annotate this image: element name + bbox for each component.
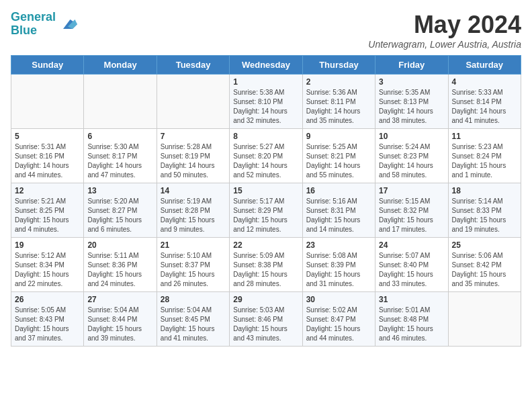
day-info: Sunrise: 5:01 AM Sunset: 8:48 PM Dayligh… [379, 306, 444, 343]
day-number: 18 [452, 186, 517, 195]
calendar-week-row: 26Sunrise: 5:05 AM Sunset: 8:43 PM Dayli… [11, 292, 521, 347]
calendar-cell: 22Sunrise: 5:09 AM Sunset: 8:38 PM Dayli… [230, 238, 302, 292]
day-info: Sunrise: 5:31 AM Sunset: 8:16 PM Dayligh… [15, 142, 80, 180]
logo-icon [58, 15, 77, 34]
weekday-header-cell: Thursday [302, 56, 375, 75]
calendar-cell: 14Sunrise: 5:19 AM Sunset: 8:28 PM Dayli… [157, 183, 229, 238]
day-info: Sunrise: 5:09 AM Sunset: 8:38 PM Dayligh… [233, 251, 298, 289]
day-info: Sunrise: 5:20 AM Sunset: 8:27 PM Dayligh… [87, 197, 152, 234]
title-block: May 2024 Unterwagram, Lower Austria, Aus… [368, 11, 521, 50]
calendar-cell: 2Sunrise: 5:36 AM Sunset: 8:11 PM Daylig… [302, 75, 375, 129]
day-info: Sunrise: 5:30 AM Sunset: 8:17 PM Dayligh… [87, 142, 152, 180]
day-number: 9 [306, 132, 371, 141]
day-number: 12 [15, 186, 80, 195]
day-number: 14 [161, 186, 226, 195]
day-number: 22 [233, 240, 298, 250]
calendar-cell: 1Sunrise: 5:38 AM Sunset: 8:10 PM Daylig… [230, 75, 302, 129]
day-number: 2 [306, 77, 371, 87]
day-number: 30 [306, 295, 371, 304]
calendar-cell [11, 75, 84, 129]
calendar-week-row: 19Sunrise: 5:12 AM Sunset: 8:34 PM Dayli… [11, 238, 521, 292]
day-number: 4 [452, 77, 517, 87]
calendar-cell: 5Sunrise: 5:31 AM Sunset: 8:16 PM Daylig… [11, 129, 84, 183]
calendar-cell: 27Sunrise: 5:04 AM Sunset: 8:44 PM Dayli… [84, 292, 157, 347]
logo-text: General Blue [11, 11, 56, 38]
day-number: 23 [306, 240, 371, 250]
weekday-header-cell: Wednesday [230, 56, 302, 75]
day-number: 16 [306, 186, 371, 195]
calendar-cell: 12Sunrise: 5:21 AM Sunset: 8:25 PM Dayli… [11, 183, 84, 238]
weekday-header-cell: Monday [84, 56, 157, 75]
calendar-cell: 26Sunrise: 5:05 AM Sunset: 8:43 PM Dayli… [11, 292, 84, 347]
calendar-cell: 18Sunrise: 5:14 AM Sunset: 8:33 PM Dayli… [448, 183, 521, 238]
calendar-cell: 25Sunrise: 5:06 AM Sunset: 8:42 PM Dayli… [448, 238, 521, 292]
day-info: Sunrise: 5:19 AM Sunset: 8:28 PM Dayligh… [161, 197, 226, 234]
calendar-cell: 3Sunrise: 5:35 AM Sunset: 8:13 PM Daylig… [375, 75, 448, 129]
logo: General Blue [11, 11, 77, 38]
day-number: 3 [379, 77, 444, 87]
day-info: Sunrise: 5:24 AM Sunset: 8:23 PM Dayligh… [379, 142, 444, 180]
day-info: Sunrise: 5:05 AM Sunset: 8:43 PM Dayligh… [15, 306, 80, 343]
day-info: Sunrise: 5:16 AM Sunset: 8:31 PM Dayligh… [306, 197, 371, 234]
day-info: Sunrise: 5:35 AM Sunset: 8:13 PM Dayligh… [379, 88, 444, 126]
calendar-cell: 17Sunrise: 5:15 AM Sunset: 8:32 PM Dayli… [375, 183, 448, 238]
calendar-cell: 29Sunrise: 5:03 AM Sunset: 8:46 PM Dayli… [230, 292, 302, 347]
month-title: May 2024 [368, 11, 521, 39]
day-number: 15 [233, 186, 298, 195]
day-info: Sunrise: 5:03 AM Sunset: 8:46 PM Dayligh… [233, 306, 298, 343]
day-number: 1 [233, 77, 298, 87]
calendar-cell: 31Sunrise: 5:01 AM Sunset: 8:48 PM Dayli… [375, 292, 448, 347]
calendar-cell: 6Sunrise: 5:30 AM Sunset: 8:17 PM Daylig… [84, 129, 157, 183]
calendar-cell: 16Sunrise: 5:16 AM Sunset: 8:31 PM Dayli… [302, 183, 375, 238]
calendar-week-row: 5Sunrise: 5:31 AM Sunset: 8:16 PM Daylig… [11, 129, 521, 183]
day-info: Sunrise: 5:28 AM Sunset: 8:19 PM Dayligh… [161, 142, 226, 180]
day-number: 27 [87, 295, 152, 304]
day-number: 13 [87, 186, 152, 195]
calendar-cell: 19Sunrise: 5:12 AM Sunset: 8:34 PM Dayli… [11, 238, 84, 292]
day-info: Sunrise: 5:17 AM Sunset: 8:29 PM Dayligh… [233, 197, 298, 234]
day-info: Sunrise: 5:15 AM Sunset: 8:32 PM Dayligh… [379, 197, 444, 234]
day-number: 21 [161, 240, 226, 250]
day-info: Sunrise: 5:33 AM Sunset: 8:14 PM Dayligh… [452, 88, 517, 126]
day-info: Sunrise: 5:14 AM Sunset: 8:33 PM Dayligh… [452, 197, 517, 234]
day-number: 8 [233, 132, 298, 141]
calendar-cell [448, 292, 521, 347]
calendar-cell [84, 75, 157, 129]
day-info: Sunrise: 5:02 AM Sunset: 8:47 PM Dayligh… [306, 306, 371, 343]
calendar-cell: 20Sunrise: 5:11 AM Sunset: 8:36 PM Dayli… [84, 238, 157, 292]
calendar-cell: 11Sunrise: 5:23 AM Sunset: 8:24 PM Dayli… [448, 129, 521, 183]
calendar-cell: 7Sunrise: 5:28 AM Sunset: 8:19 PM Daylig… [157, 129, 229, 183]
day-info: Sunrise: 5:08 AM Sunset: 8:39 PM Dayligh… [306, 251, 371, 289]
calendar-cell: 30Sunrise: 5:02 AM Sunset: 8:47 PM Dayli… [302, 292, 375, 347]
day-number: 19 [15, 240, 80, 250]
day-info: Sunrise: 5:04 AM Sunset: 8:45 PM Dayligh… [161, 306, 226, 343]
day-info: Sunrise: 5:36 AM Sunset: 8:11 PM Dayligh… [306, 88, 371, 126]
page-header: General Blue May 2024 Unterwagram, Lower… [11, 11, 521, 50]
calendar-cell: 23Sunrise: 5:08 AM Sunset: 8:39 PM Dayli… [302, 238, 375, 292]
weekday-header-cell: Sunday [11, 56, 84, 75]
calendar-week-row: 12Sunrise: 5:21 AM Sunset: 8:25 PM Dayli… [11, 183, 521, 238]
day-number: 6 [87, 132, 152, 141]
calendar-cell: 15Sunrise: 5:17 AM Sunset: 8:29 PM Dayli… [230, 183, 302, 238]
day-info: Sunrise: 5:27 AM Sunset: 8:20 PM Dayligh… [233, 142, 298, 180]
calendar-cell: 28Sunrise: 5:04 AM Sunset: 8:45 PM Dayli… [157, 292, 229, 347]
day-number: 17 [379, 186, 444, 195]
day-number: 7 [161, 132, 226, 141]
day-info: Sunrise: 5:23 AM Sunset: 8:24 PM Dayligh… [452, 142, 517, 180]
calendar-cell: 10Sunrise: 5:24 AM Sunset: 8:23 PM Dayli… [375, 129, 448, 183]
calendar-cell: 8Sunrise: 5:27 AM Sunset: 8:20 PM Daylig… [230, 129, 302, 183]
weekday-header-cell: Saturday [448, 56, 521, 75]
weekday-header-cell: Friday [375, 56, 448, 75]
day-info: Sunrise: 5:07 AM Sunset: 8:40 PM Dayligh… [379, 251, 444, 289]
day-info: Sunrise: 5:21 AM Sunset: 8:25 PM Dayligh… [15, 197, 80, 234]
day-number: 28 [161, 295, 226, 304]
calendar-cell [157, 75, 229, 129]
day-number: 25 [452, 240, 517, 250]
day-info: Sunrise: 5:11 AM Sunset: 8:36 PM Dayligh… [87, 251, 152, 289]
day-info: Sunrise: 5:04 AM Sunset: 8:44 PM Dayligh… [87, 306, 152, 343]
day-number: 10 [379, 132, 444, 141]
day-number: 31 [379, 295, 444, 304]
weekday-header-cell: Tuesday [157, 56, 229, 75]
day-info: Sunrise: 5:25 AM Sunset: 8:21 PM Dayligh… [306, 142, 371, 180]
calendar-body: 1Sunrise: 5:38 AM Sunset: 8:10 PM Daylig… [11, 75, 521, 347]
